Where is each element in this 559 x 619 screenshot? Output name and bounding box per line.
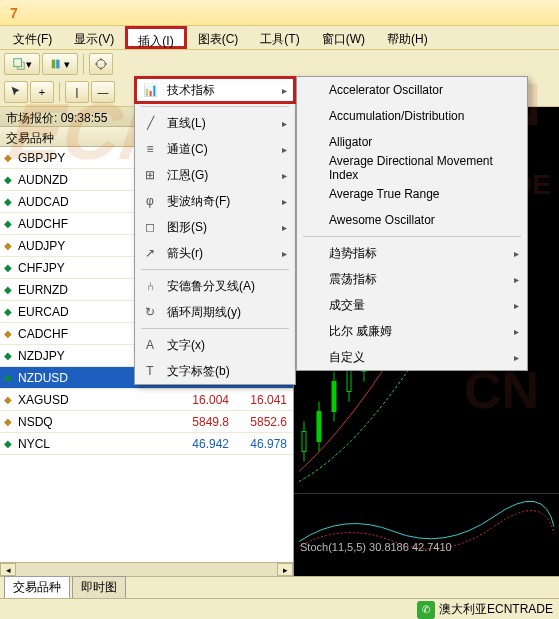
- bid-price: 46.942: [177, 437, 235, 451]
- T-icon: T: [141, 364, 159, 378]
- menu-帮助[interactable]: 帮助(H): [376, 26, 439, 49]
- insert-dropdown[interactable]: 📊技术指标▸╱直线(L)▸≡通道(C)▸⊞江恩(G)▸φ斐波纳奇(F)▸◻图形(…: [134, 76, 296, 385]
- insert-item-文字标签(b)[interactable]: T文字标签(b): [135, 358, 295, 384]
- insert-item-文字(x)[interactable]: A文字(x): [135, 332, 295, 358]
- stoch-label: Stoch(11,5,5) 30.8186 42.7410: [300, 541, 452, 553]
- menu-文件[interactable]: 文件(F): [2, 26, 63, 49]
- menu-item-label: Awesome Oscillator: [329, 213, 519, 227]
- menu-显示[interactable]: 显示(V): [63, 26, 125, 49]
- menu-item-label: 自定义: [329, 349, 506, 366]
- insert-item-通道(C)[interactable]: ≡通道(C)▸: [135, 136, 295, 162]
- insert-item-江恩(G)[interactable]: ⊞江恩(G)▸: [135, 162, 295, 188]
- menu-图表[interactable]: 图表(C): [187, 26, 250, 49]
- tab-即时图[interactable]: 即时图: [72, 576, 126, 598]
- fib-icon: φ: [141, 194, 159, 208]
- menu-item-label: 比尔 威廉姆: [329, 323, 506, 340]
- submenu-arrow-icon: ▸: [514, 352, 519, 363]
- indicator-Average-Directional-Movement-Index[interactable]: Average Directional Movement Index: [297, 155, 527, 181]
- horizontal-scrollbar[interactable]: ◂ ▸: [0, 562, 293, 576]
- symbol-row-NSDQ[interactable]: ◆NSDQ5849.85852.6: [0, 411, 293, 433]
- new-chart-button[interactable]: ▾: [4, 53, 40, 75]
- menu-窗口[interactable]: 窗口(W): [311, 26, 376, 49]
- insert-item-技术指标[interactable]: 📊技术指标▸: [135, 77, 295, 103]
- submenu-arrow-icon: ▸: [282, 144, 287, 155]
- indicator-趋势指标[interactable]: 趋势指标▸: [297, 240, 527, 266]
- diamond-icon: ◆: [0, 350, 16, 361]
- svg-rect-1: [52, 60, 56, 69]
- diamond-icon: ◆: [0, 372, 16, 383]
- indicator-震荡指标[interactable]: 震荡指标▸: [297, 266, 527, 292]
- chan-icon: ≡: [141, 142, 159, 156]
- indicator-自定义[interactable]: 自定义▸: [297, 344, 527, 370]
- insert-item-斐波纳奇(F)[interactable]: φ斐波纳奇(F)▸: [135, 188, 295, 214]
- cross-button[interactable]: +: [30, 81, 54, 103]
- menu-item-label: 循环周期线(y): [167, 304, 287, 321]
- menu-item-label: Average True Range: [329, 187, 519, 201]
- menu-item-label: 直线(L): [167, 115, 274, 132]
- svg-point-3: [97, 60, 106, 69]
- indicator-Accelerator-Oscillator[interactable]: Accelerator Oscillator: [297, 77, 527, 103]
- submenu-arrow-icon: ▸: [514, 248, 519, 259]
- menu-item-label: Alligator: [329, 135, 519, 149]
- menu-item-label: 斐波纳奇(F): [167, 193, 274, 210]
- submenu-arrow-icon: ▸: [282, 85, 287, 96]
- submenu-arrow-icon: ▸: [282, 196, 287, 207]
- title-bar: 7: [0, 0, 559, 26]
- indicator-成交量[interactable]: 成交量▸: [297, 292, 527, 318]
- indicators-submenu[interactable]: Accelerator OscillatorAccumulation/Distr…: [296, 76, 528, 371]
- insert-item-图形(S)[interactable]: ◻图形(S)▸: [135, 214, 295, 240]
- bid-price: 16.004: [177, 393, 235, 407]
- menu-item-label: 图形(S): [167, 219, 274, 236]
- insert-item-循环周期线(y)[interactable]: ↻循环周期线(y): [135, 299, 295, 325]
- indicator-Alligator[interactable]: Alligator: [297, 129, 527, 155]
- diamond-icon: ◆: [0, 262, 16, 273]
- menu-item-label: Average Directional Movement Index: [329, 154, 519, 182]
- indicator-Awesome-Oscillator[interactable]: Awesome Oscillator: [297, 207, 527, 233]
- crosshair-button[interactable]: [89, 53, 113, 75]
- menu-item-label: 技术指标: [167, 82, 274, 99]
- symbol-row-NYCL[interactable]: ◆NYCL46.94246.978: [0, 433, 293, 455]
- chart-icon: 📊: [141, 83, 159, 97]
- menu-item-label: Accelerator Oscillator: [329, 83, 519, 97]
- cursor-button[interactable]: [4, 81, 28, 103]
- svg-rect-0: [14, 59, 22, 67]
- diamond-icon: ◆: [0, 306, 16, 317]
- menu-item-label: 趋势指标: [329, 245, 506, 262]
- gann-icon: ⊞: [141, 168, 159, 182]
- pitch-icon: ⑃: [141, 279, 159, 293]
- diamond-icon: ◆: [0, 174, 16, 185]
- menu-item-label: 文字(x): [167, 337, 287, 354]
- indicator-比尔-威廉姆[interactable]: 比尔 威廉姆▸: [297, 318, 527, 344]
- menu-item-label: 震荡指标: [329, 271, 506, 288]
- wechat-icon: ✆: [417, 601, 435, 619]
- vline-button[interactable]: |: [65, 81, 89, 103]
- menu-item-label: Accumulation/Distribution: [329, 109, 519, 123]
- diamond-icon: ◆: [0, 152, 16, 163]
- cycle-icon: ↻: [141, 305, 159, 319]
- indicator-Accumulation/Distribution[interactable]: Accumulation/Distribution: [297, 103, 527, 129]
- arrow-icon: ↗: [141, 246, 159, 260]
- menu-item-label: 安德鲁分叉线(A): [167, 278, 287, 295]
- insert-item-箭头(r)[interactable]: ↗箭头(r)▸: [135, 240, 295, 266]
- menu-插入[interactable]: 插入(I): [125, 26, 186, 49]
- insert-item-安德鲁分叉线(A)[interactable]: ⑃安德鲁分叉线(A): [135, 273, 295, 299]
- submenu-arrow-icon: ▸: [282, 170, 287, 181]
- indicator-Average-True-Range[interactable]: Average True Range: [297, 181, 527, 207]
- A-icon: A: [141, 338, 159, 352]
- profile-button[interactable]: ▾: [42, 53, 78, 75]
- submenu-arrow-icon: ▸: [514, 326, 519, 337]
- diamond-icon: ◆: [0, 218, 16, 229]
- submenu-arrow-icon: ▸: [282, 118, 287, 129]
- shape-icon: ◻: [141, 220, 159, 234]
- submenu-arrow-icon: ▸: [514, 274, 519, 285]
- tab-交易品种[interactable]: 交易品种: [4, 576, 70, 598]
- footer-brand: 澳大利亚ECNTRADE: [439, 601, 553, 618]
- scroll-right-button[interactable]: ▸: [277, 563, 293, 576]
- insert-item-直线(L)[interactable]: ╱直线(L)▸: [135, 110, 295, 136]
- hline-button[interactable]: —: [91, 81, 115, 103]
- ask-price: 5852.6: [235, 415, 293, 429]
- line-icon: ╱: [141, 116, 159, 130]
- menu-工具[interactable]: 工具(T): [249, 26, 310, 49]
- symbol-row-XAGUSD[interactable]: ◆XAGUSD16.00416.041: [0, 389, 293, 411]
- scroll-left-button[interactable]: ◂: [0, 563, 16, 576]
